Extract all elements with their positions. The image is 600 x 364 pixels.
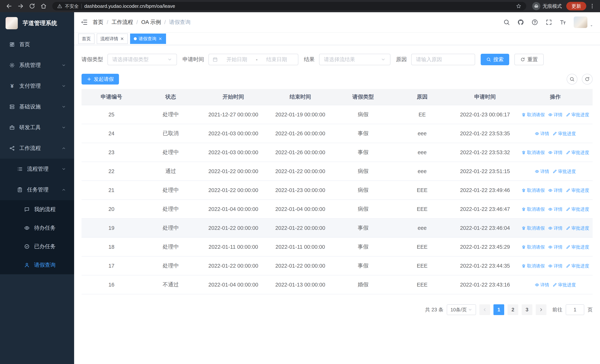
pagination-total: 共 23 条 <box>425 306 443 313</box>
cancel-leave-link[interactable]: 取消请假 <box>521 112 545 118</box>
sidebar-item-home[interactable]: 首页 <box>0 34 74 55</box>
detail-link[interactable]: 详情 <box>548 244 562 250</box>
bookmark-star-icon[interactable] <box>516 3 521 9</box>
sidebar-item-system[interactable]: 系统管理 <box>0 55 74 76</box>
toggle-search-button[interactable] <box>567 74 577 84</box>
font-size-icon[interactable] <box>560 19 566 26</box>
sidebar-item-devtools[interactable]: 研发工具 <box>0 117 74 138</box>
sidebar-collapse-icon[interactable] <box>80 19 88 26</box>
sidebar-item-process-mgmt[interactable]: 流程管理 <box>0 159 74 179</box>
tag-leave-query[interactable]: 请假查询 <box>130 34 166 44</box>
cancel-leave-link[interactable]: 取消请假 <box>521 263 545 269</box>
browser-home-icon[interactable] <box>40 3 47 9</box>
view-icon <box>548 112 553 117</box>
cancel-leave-link[interactable]: 取消请假 <box>521 206 545 212</box>
reason-input[interactable] <box>411 54 475 65</box>
detail-link[interactable]: 详情 <box>535 282 549 288</box>
close-icon[interactable] <box>158 37 162 41</box>
browser-reload-icon[interactable] <box>29 3 35 9</box>
audit-progress-link[interactable]: 审批进度 <box>566 244 589 250</box>
fullscreen-icon[interactable] <box>545 19 552 26</box>
detail-link[interactable]: 详情 <box>548 206 562 212</box>
help-icon[interactable] <box>531 19 538 26</box>
cancel-leave-link[interactable]: 取消请假 <box>521 225 545 231</box>
cancel-leave-link[interactable]: 取消请假 <box>521 187 545 193</box>
cell-status: 处理中 <box>141 200 200 218</box>
detail-link[interactable]: 详情 <box>548 149 562 156</box>
breadcrumb-separator: / <box>107 19 108 25</box>
sidebar-item-done-tasks[interactable]: 已办任务 <box>0 237 74 256</box>
cancel-leave-link[interactable]: 取消请假 <box>521 149 545 156</box>
tag-process-detail[interactable]: 流程详情 <box>97 34 128 44</box>
chevron-down-icon <box>381 57 386 62</box>
search-icon <box>569 76 575 82</box>
refresh-table-button[interactable] <box>582 74 593 84</box>
audit-progress-link[interactable]: 审批进度 <box>566 149 589 156</box>
next-page-button[interactable] <box>536 304 546 315</box>
prev-page-button[interactable] <box>479 304 490 315</box>
browser-update-button[interactable]: 更新 <box>566 2 586 10</box>
tag-home[interactable]: 首页 <box>78 34 94 44</box>
audit-progress-link[interactable]: 审批进度 <box>553 282 576 288</box>
address-bar[interactable]: 不安全 dashboard.yudao.iocoder.cn/bpm/oa/le… <box>52 2 526 10</box>
page-button-2[interactable]: 2 <box>507 304 518 315</box>
breadcrumb-item-home[interactable]: 首页 <box>93 19 103 26</box>
audit-progress-link[interactable]: 审批进度 <box>566 187 589 193</box>
leave-type-select[interactable]: 请选择请假类型 <box>107 54 177 65</box>
cell-start-time: 2022-01-11 00:00:00 <box>200 237 267 256</box>
sidebar-item-payment[interactable]: ¥ 支付管理 <box>0 76 74 96</box>
sidebar-item-infra[interactable]: 基础设施 <box>0 96 74 117</box>
goto-page-input[interactable] <box>566 304 584 315</box>
search-button[interactable]: 搜索 <box>481 54 509 65</box>
cell-status: 处理中 <box>141 105 200 124</box>
cell-apply-id: 18 <box>82 237 141 256</box>
github-icon[interactable] <box>517 19 524 26</box>
audit-progress-link[interactable]: 审批进度 <box>553 131 576 137</box>
browser-back-icon[interactable] <box>6 3 12 9</box>
cell-reason: eee <box>392 124 452 143</box>
sidebar-item-label: 待办任务 <box>34 224 56 232</box>
search-icon[interactable] <box>503 19 510 26</box>
app-logo[interactable]: 芋道管理系统 <box>0 12 74 34</box>
goto-page-suffix: 页 <box>588 306 593 313</box>
actions-cell: 取消请假详情审批进度 <box>518 237 593 256</box>
detail-link[interactable]: 详情 <box>548 225 562 231</box>
cell-leave-type: 病假 <box>334 105 392 124</box>
audit-progress-link[interactable]: 审批进度 <box>566 225 589 231</box>
audit-progress-link[interactable]: 审批进度 <box>566 112 589 118</box>
page-button-3[interactable]: 3 <box>522 304 532 315</box>
sidebar-item-my-process[interactable]: 我的流程 <box>0 200 74 219</box>
sidebar-item-todo-tasks[interactable]: 待办任务 <box>0 219 74 237</box>
detail-link[interactable]: 详情 <box>548 187 562 193</box>
cancel-leave-link[interactable]: 取消请假 <box>521 244 545 250</box>
audit-progress-link[interactable]: 审批进度 <box>566 263 589 269</box>
apply-time-range-picker[interactable]: 开始日期 - 结束日期 <box>208 54 298 65</box>
detail-link[interactable]: 详情 <box>548 112 562 118</box>
tags-bar: 首页 流程详情 请假查询 <box>74 33 600 45</box>
breadcrumb-separator: / <box>136 19 138 25</box>
sidebar-item-task-mgmt[interactable]: 任务管理 <box>0 179 74 200</box>
audit-progress-link[interactable]: 审批进度 <box>566 206 589 212</box>
close-icon[interactable] <box>120 37 124 41</box>
user-avatar[interactable] <box>574 17 594 28</box>
detail-link[interactable]: 详情 <box>548 263 562 269</box>
breadcrumb-item-workflow[interactable]: 工作流程 <box>112 19 133 26</box>
goto-label: 前往 <box>552 306 562 313</box>
browser-forward-icon[interactable] <box>18 3 24 9</box>
detail-link[interactable]: 详情 <box>535 131 549 137</box>
table-row: 17 处理中 2022-01-22 00:00:00 2022-01-22 00… <box>82 256 593 275</box>
sidebar-item-workflow[interactable]: 工作流程 <box>0 138 74 159</box>
sidebar-item-leave-query[interactable]: 请假查询 <box>0 256 74 274</box>
page-size-select[interactable]: 10条/页 <box>447 304 476 315</box>
result-select[interactable]: 请选择流结果 <box>319 54 390 65</box>
audit-progress-link[interactable]: 审批进度 <box>553 168 576 174</box>
breadcrumb-item-oa-example[interactable]: OA 示例 <box>141 19 161 26</box>
page-button-1[interactable]: 1 <box>493 304 504 315</box>
table-row: 25 处理中 2021-12-27 00:00:00 2022-01-19 00… <box>82 105 593 124</box>
browser-menu-icon[interactable] <box>589 3 595 9</box>
detail-link[interactable]: 详情 <box>535 168 549 174</box>
create-leave-button[interactable]: 发起请假 <box>82 74 119 84</box>
reset-button[interactable]: 重置 <box>514 54 544 65</box>
cell-end-time: 2022-01-26 00:00:00 <box>266 124 334 143</box>
cell-apply-time: 2022-01-22 23:44:35 <box>452 256 518 275</box>
